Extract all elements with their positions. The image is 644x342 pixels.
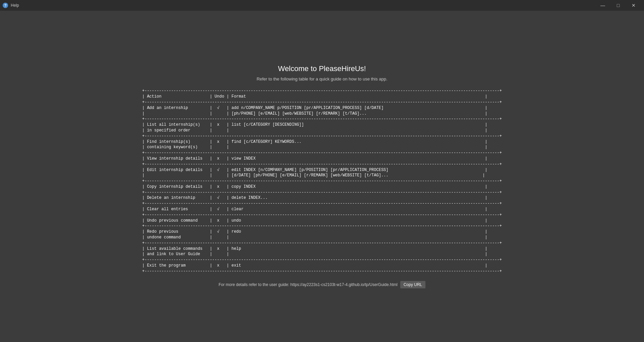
welcome-subtitle: Refer to the following table for a quick… (256, 76, 387, 81)
footer-text: For more details refer to the user guide… (219, 282, 398, 287)
title-bar-title: Help (11, 3, 19, 8)
copy-url-button[interactable]: Copy URL (400, 281, 425, 288)
title-bar: ? Help — □ ✕ (0, 0, 644, 11)
help-icon: ? (3, 3, 8, 8)
main-content: Welcome to PleaseHireUs! Refer to the fo… (0, 11, 644, 342)
title-bar-left: ? Help (3, 3, 19, 8)
welcome-title: Welcome to PleaseHireUs! (278, 64, 366, 73)
help-table: +---------------------------------------… (142, 88, 502, 274)
footer-section: For more details refer to the user guide… (219, 281, 425, 288)
maximize-button[interactable]: □ (610, 0, 626, 11)
minimize-button[interactable]: — (595, 0, 610, 11)
title-bar-controls: — □ ✕ (595, 0, 641, 11)
close-button[interactable]: ✕ (626, 0, 641, 11)
